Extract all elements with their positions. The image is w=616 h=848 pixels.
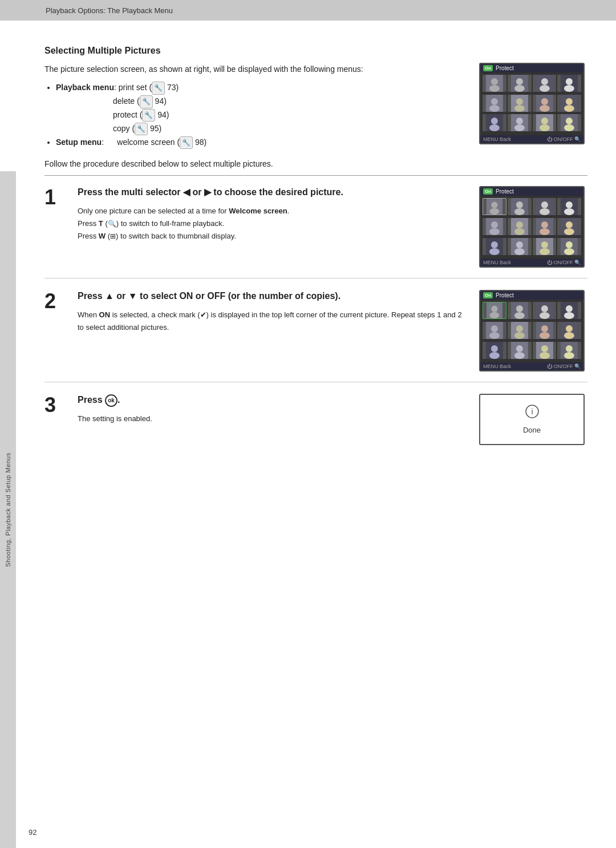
step-3-content: Press ok. The setting is enabled. xyxy=(72,394,468,425)
cam-cell: ✓ xyxy=(483,302,506,319)
cam-cell xyxy=(508,342,532,359)
svg-point-56 xyxy=(539,228,549,235)
svg-point-17 xyxy=(514,105,525,112)
svg-point-95 xyxy=(566,325,573,332)
svg-point-84 xyxy=(564,312,574,319)
svg-point-7 xyxy=(541,78,548,85)
svg-point-41 xyxy=(514,208,525,215)
svg-point-40 xyxy=(516,201,523,208)
svg-point-90 xyxy=(514,332,525,339)
camera-screen-header-1: On Protect xyxy=(480,187,583,196)
cam-cell xyxy=(483,75,506,92)
svg-point-71 xyxy=(564,248,574,255)
svg-point-108 xyxy=(564,352,574,359)
svg-point-1 xyxy=(491,78,498,85)
svg-point-2 xyxy=(489,85,500,92)
cam-cell xyxy=(483,322,506,339)
svg-point-8 xyxy=(539,85,549,92)
side-tab: Shooting, Playback and Setup Menus xyxy=(0,171,16,848)
cam-cell xyxy=(557,218,581,235)
cam-cell xyxy=(533,114,557,131)
camera-screen-footer-2: MENU Back ⏻ ON/OFF 🔍 xyxy=(480,362,583,370)
cam-cell xyxy=(557,114,581,131)
step-1-content: Press the multi selector ◀ or ▶ to choos… xyxy=(72,186,468,243)
cam-cell xyxy=(533,322,557,339)
step-3-desc: The setting is enabled. xyxy=(78,413,468,425)
cam-cell xyxy=(483,114,506,131)
svg-point-49 xyxy=(491,221,498,228)
main-content: Selecting Multiple Pictures The picture … xyxy=(16,0,616,848)
page: Playback Options: The Playback Menu Shoo… xyxy=(0,0,616,848)
cam-cell xyxy=(533,342,557,359)
svg-point-93 xyxy=(539,332,549,339)
svg-point-83 xyxy=(566,305,573,312)
camera-screen-footer-0: MENU Back ⏻ ON/OFF 🔍 xyxy=(480,135,583,143)
camera-screen-header-0: On Protect xyxy=(480,64,583,72)
step-3-title: Press ok. xyxy=(78,394,468,407)
cam-cell xyxy=(508,95,532,112)
step-1-title: Press the multi selector ◀ or ▶ to choos… xyxy=(78,186,468,199)
svg-point-38 xyxy=(489,208,499,215)
bullet-list: Playback menu: print set (🔧 73) delete (… xyxy=(56,81,468,149)
cam-cell xyxy=(508,75,532,92)
svg-point-5 xyxy=(514,85,525,92)
svg-point-11 xyxy=(564,85,574,92)
svg-point-107 xyxy=(566,345,573,352)
svg-text:i: i xyxy=(531,407,533,416)
svg-point-62 xyxy=(489,248,500,255)
svg-point-20 xyxy=(539,105,549,112)
step-2-number: 2 xyxy=(44,291,72,312)
svg-point-61 xyxy=(491,241,498,248)
svg-point-32 xyxy=(539,124,549,131)
info-box: i Done xyxy=(479,394,585,445)
svg-point-65 xyxy=(514,248,525,255)
svg-point-105 xyxy=(539,352,549,359)
cam-cell xyxy=(557,75,581,92)
svg-point-4 xyxy=(516,78,523,85)
step-1-image: On Protect xyxy=(479,186,587,268)
cam-cell xyxy=(483,342,506,359)
svg-point-81 xyxy=(539,312,549,319)
svg-point-19 xyxy=(541,98,548,105)
ok-button-icon: ok xyxy=(105,394,117,407)
step-3-number: 3 xyxy=(44,395,72,415)
svg-point-73 xyxy=(491,306,497,312)
svg-point-52 xyxy=(516,221,523,228)
intro-text: The picture selection screen, as shown a… xyxy=(44,63,468,75)
svg-point-64 xyxy=(516,241,523,248)
cam-cell xyxy=(557,302,581,319)
camera-grid-0 xyxy=(480,72,583,135)
svg-point-70 xyxy=(566,241,573,248)
step-1-row: 1 Press the multi selector ◀ or ▶ to cho… xyxy=(44,186,587,278)
bullet-item-playback: Playback menu: print set (🔧 73) delete (… xyxy=(56,81,468,135)
svg-point-87 xyxy=(489,332,500,339)
cam-cell xyxy=(533,95,557,112)
camera-screen-footer-1: MENU Back ⏻ ON/OFF 🔍 xyxy=(480,259,583,266)
svg-point-43 xyxy=(541,201,548,208)
camera-grid-1 xyxy=(480,196,583,259)
svg-point-68 xyxy=(539,248,549,255)
svg-point-98 xyxy=(491,345,498,352)
cam-cell xyxy=(483,198,506,215)
svg-point-101 xyxy=(516,345,523,352)
svg-point-96 xyxy=(564,332,574,339)
svg-point-29 xyxy=(514,124,525,131)
svg-point-47 xyxy=(564,208,574,215)
svg-point-80 xyxy=(541,305,548,312)
intro-camera-screen: On Protect xyxy=(479,63,587,144)
svg-point-50 xyxy=(489,228,500,235)
svg-point-67 xyxy=(541,241,548,248)
info-done-label: Done xyxy=(523,426,541,434)
cam-cell xyxy=(483,95,506,112)
cam-cell xyxy=(533,75,557,92)
svg-point-86 xyxy=(491,325,498,332)
svg-point-28 xyxy=(516,118,523,124)
svg-point-26 xyxy=(489,124,500,131)
svg-point-44 xyxy=(539,208,549,215)
step-1-desc-3: Press W (⊞) to switch back to thumbnail … xyxy=(78,230,468,243)
svg-point-35 xyxy=(564,124,574,131)
cam-cell xyxy=(483,218,506,235)
svg-point-99 xyxy=(489,352,500,359)
svg-point-92 xyxy=(541,325,548,332)
header-title: Playback Options: The Playback Menu xyxy=(46,6,173,15)
